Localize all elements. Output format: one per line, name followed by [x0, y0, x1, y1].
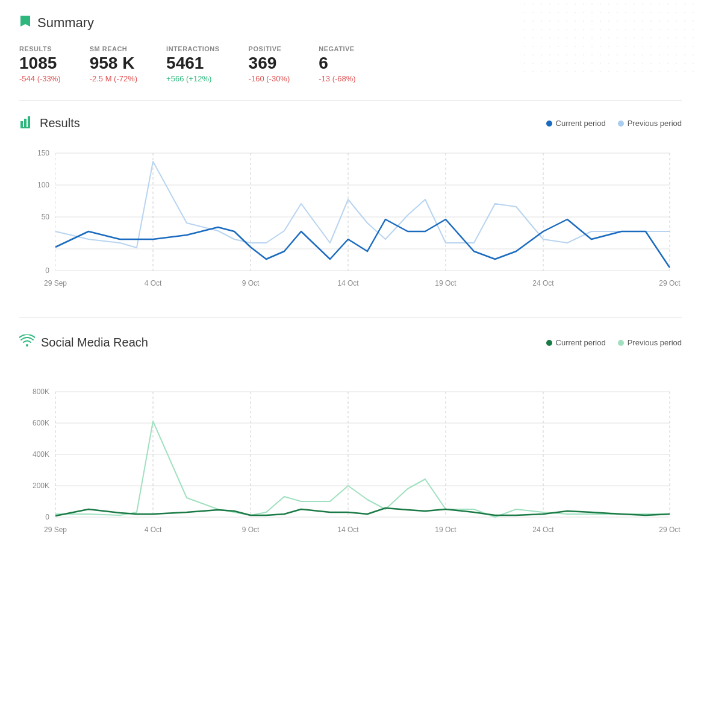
svg-rect-1: [24, 119, 26, 127]
metric-interactions-change: +566 (+12%): [166, 74, 220, 83]
svg-text:29 Sep: 29 Sep: [44, 279, 67, 287]
wifi-icon: [19, 334, 35, 351]
metric-smreach: SM REACH 958 K -2.5 M (-72%): [90, 45, 137, 83]
social-chart-container: 800K 600K 400K 200K 0 29 Sep 4 Oct 9 Oct…: [19, 360, 682, 541]
metric-smreach-value: 958 K: [90, 54, 137, 73]
svg-text:19 Oct: 19 Oct: [435, 279, 456, 287]
metric-results: RESULTS 1085 -544 (-33%): [19, 45, 61, 83]
metrics-row: RESULTS 1085 -544 (-33%) SM REACH 958 K …: [19, 45, 682, 83]
results-legend-previous: Previous period: [618, 119, 682, 128]
svg-text:600K: 600K: [33, 419, 49, 427]
social-legend: Current period Previous period: [546, 338, 682, 347]
bookmark-icon: [19, 14, 31, 31]
svg-text:100: 100: [37, 181, 49, 189]
svg-text:19 Oct: 19 Oct: [435, 526, 456, 534]
svg-text:24 Oct: 24 Oct: [532, 526, 554, 534]
metric-negative: NEGATIVE 6 -13 (-68%): [319, 45, 355, 83]
metric-positive: POSITIVE 369 -160 (-30%): [249, 45, 290, 83]
svg-text:9 Oct: 9 Oct: [242, 526, 260, 534]
metric-interactions-value: 5461: [166, 54, 220, 73]
svg-text:4 Oct: 4 Oct: [145, 526, 162, 534]
results-chart-header: Results Current period Previous period: [19, 115, 682, 131]
svg-text:29 Oct: 29 Oct: [659, 526, 681, 534]
svg-text:14 Oct: 14 Oct: [337, 279, 359, 287]
metric-positive-label: POSITIVE: [249, 45, 290, 52]
results-chart-container: 150 100 50 0 29 Sep 4 Oct 9 Oct 14 Oct 1…: [19, 141, 682, 298]
results-chart-section: Results Current period Previous period: [19, 115, 682, 298]
summary-title: Summary: [37, 15, 94, 31]
results-title-group: Results: [19, 115, 80, 131]
svg-text:150: 150: [37, 149, 49, 157]
metric-smreach-change: -2.5 M (-72%): [90, 74, 137, 83]
social-previous-dot: [618, 340, 624, 346]
svg-text:4 Oct: 4 Oct: [145, 279, 162, 287]
summary-divider: [19, 100, 682, 101]
metric-interactions-label: INTERACTIONS: [166, 45, 220, 52]
svg-text:29 Oct: 29 Oct: [659, 279, 681, 287]
svg-text:200K: 200K: [33, 482, 49, 490]
svg-text:0: 0: [45, 513, 49, 521]
metric-negative-value: 6: [319, 54, 355, 73]
social-current-dot: [546, 340, 552, 346]
svg-text:14 Oct: 14 Oct: [337, 526, 359, 534]
previous-period-dot: [618, 121, 624, 127]
current-period-dot: [546, 121, 552, 127]
svg-text:9 Oct: 9 Oct: [242, 279, 260, 287]
social-chart-title: Social Media Reach: [41, 336, 148, 350]
results-chart-svg: 150 100 50 0 29 Sep 4 Oct 9 Oct 14 Oct 1…: [19, 141, 682, 298]
metric-results-label: RESULTS: [19, 45, 61, 52]
svg-text:24 Oct: 24 Oct: [532, 279, 554, 287]
social-chart-section: Social Media Reach Current period Previo…: [19, 334, 682, 541]
social-legend-current: Current period: [546, 338, 606, 347]
social-chart-svg: 800K 600K 400K 200K 0 29 Sep 4 Oct 9 Oct…: [19, 360, 682, 541]
svg-rect-3: [20, 127, 30, 128]
bar-chart-icon: [19, 115, 34, 131]
metric-results-value: 1085: [19, 54, 61, 73]
metric-positive-value: 369: [249, 54, 290, 73]
results-legend: Current period Previous period: [546, 119, 682, 128]
svg-text:400K: 400K: [33, 450, 49, 459]
svg-text:0: 0: [45, 266, 49, 275]
svg-rect-0: [20, 121, 23, 127]
metric-positive-change: -160 (-30%): [249, 74, 290, 83]
svg-text:29 Sep: 29 Sep: [44, 526, 67, 534]
social-legend-previous: Previous period: [618, 338, 682, 347]
results-chart-title: Results: [40, 116, 80, 130]
metric-negative-label: NEGATIVE: [319, 45, 355, 52]
social-title-group: Social Media Reach: [19, 334, 148, 351]
svg-text:800K: 800K: [33, 388, 49, 396]
svg-rect-2: [28, 116, 30, 127]
metric-interactions: INTERACTIONS 5461 +566 (+12%): [166, 45, 220, 83]
svg-text:50: 50: [42, 213, 50, 221]
metric-negative-change: -13 (-68%): [319, 74, 355, 83]
results-divider: [19, 317, 682, 318]
metric-results-change: -544 (-33%): [19, 74, 61, 83]
metric-smreach-label: SM REACH: [90, 45, 137, 52]
results-legend-current: Current period: [546, 119, 606, 128]
social-chart-header: Social Media Reach Current period Previo…: [19, 334, 682, 351]
